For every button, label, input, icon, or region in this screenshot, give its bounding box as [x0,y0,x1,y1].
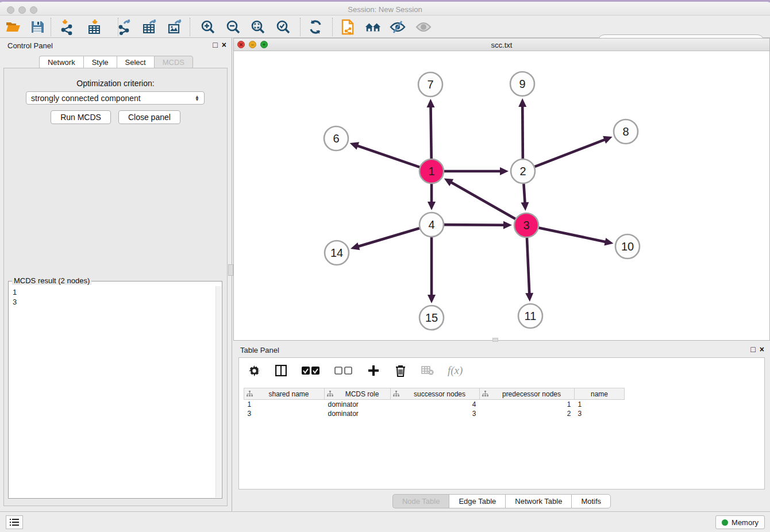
table-cell[interactable]: 3 [575,409,625,418]
show-all-icon[interactable] [415,19,432,35]
edge-arrow-1-4 [428,202,436,210]
edge-arrow-4-15 [428,295,436,303]
edge-4-14[interactable] [357,228,419,246]
float-panel-icon[interactable]: □ [213,40,217,50]
close-table-panel-icon[interactable]: × [760,344,764,354]
horizontal-splitter-grabber[interactable] [492,338,498,342]
zoom-selected-icon[interactable] [275,19,292,35]
edge-1-7[interactable] [431,106,432,159]
table-cell[interactable]: 1 [480,400,575,409]
table-cell[interactable]: dominator [325,400,391,409]
edge-arrow-2-3 [521,202,529,211]
mcds-result-title: MCDS result (2 nodes) [12,276,91,285]
edge-3-1[interactable] [451,182,515,219]
task-history-button[interactable] [6,515,23,529]
table-cell[interactable]: 2 [480,409,575,418]
toolbar-separator [190,18,190,36]
node-label-9: 9 [519,78,525,90]
edge-arrow-2-9 [518,98,526,107]
node-table-container: f(x) shared nameMCDS rolesuccessor nodes… [238,357,765,489]
tab-motifs[interactable]: Motifs [571,494,611,508]
close-panel-icon[interactable]: × [222,40,226,50]
splitter-grabber[interactable] [228,264,233,276]
show-columns-icon[interactable] [274,364,288,377]
zoom-in-icon[interactable] [199,19,217,35]
control-panel: Control Panel □ × NetworkStyleSelectMCDS… [0,38,232,511]
column-header-successor-nodes[interactable]: successor nodes [391,388,480,400]
tab-select[interactable]: Select [117,56,154,69]
column-header-name[interactable]: name [575,388,625,400]
zoom-fit-icon[interactable] [249,19,267,35]
table-cell[interactable]: dominator [325,409,391,418]
delete-column-icon[interactable] [394,364,407,377]
edge-arrow-1-2 [500,167,509,175]
export-network-icon[interactable] [117,19,134,35]
edge-4-3[interactable] [444,225,505,225]
edge-1-6[interactable] [357,145,419,167]
table-row[interactable]: 3dominator323 [244,409,625,418]
table-settings-icon[interactable] [247,364,261,377]
edge-2-8[interactable] [535,140,606,167]
close-panel-button[interactable]: Close panel [118,110,180,124]
mcds-result-box: MCDS result (2 nodes) 13 [8,281,222,499]
edge-3-11[interactable] [527,238,529,294]
zoom-out-icon[interactable] [225,19,242,35]
tab-node-table[interactable]: Node Table [392,494,449,508]
column-header-shared-name[interactable]: shared name [244,388,325,400]
memory-button[interactable]: Memory [715,515,765,529]
copy-network-icon[interactable] [339,19,356,35]
open-session-icon[interactable] [5,19,22,35]
node-label-4: 4 [428,218,434,231]
select-all-icon[interactable] [301,364,321,377]
tab-network-table[interactable]: Network Table [505,494,571,508]
table-panel-title: Table Panel [240,346,279,354]
edge-2-3[interactable] [523,184,525,203]
control-panel-title: Control Panel [7,41,53,50]
deselect-all-icon[interactable] [334,364,353,377]
criterion-dropdown[interactable]: strongly connected component ▲▼ [26,91,205,105]
table-cell[interactable]: 3 [244,409,325,418]
tab-style[interactable]: Style [83,56,117,69]
table-cell[interactable]: 1 [575,400,625,409]
tab-edge-table[interactable]: Edge Table [449,494,505,508]
import-network-icon[interactable] [59,19,76,35]
graph-svg[interactable]: 7968124314101511 [234,51,769,340]
network-titlebar[interactable]: ✕ − + scc.txt [234,38,769,51]
table-row[interactable]: 1dominator411 [244,400,625,409]
edge-3-10[interactable] [539,228,606,242]
tab-network[interactable]: Network [39,56,83,69]
table-cell[interactable]: 4 [391,400,480,409]
export-image-icon[interactable] [167,19,184,35]
import-table-icon[interactable] [86,19,103,35]
function-builder-icon[interactable]: f(x) [448,364,463,377]
main-toolbar [0,16,770,38]
node-label-1: 1 [428,165,434,178]
float-table-panel-icon[interactable]: □ [750,344,755,354]
node-label-8: 8 [622,125,629,138]
add-column-icon[interactable] [367,364,380,377]
export-table-icon[interactable] [141,19,159,35]
result-scrollbar[interactable] [215,286,221,498]
save-session-icon[interactable] [29,19,46,35]
node-label-3: 3 [523,219,529,232]
edge-arrow-4-3 [503,221,512,229]
mcds-result-text[interactable]: 13 [9,286,215,498]
memory-status-icon [722,519,728,526]
column-type-icon [482,391,488,397]
node-label-11: 11 [525,310,537,322]
table-cell[interactable]: 3 [391,409,480,418]
edge-2-9[interactable] [522,106,523,159]
edge-arrow-4-14 [351,242,360,250]
dropdown-stepper-icon: ▲▼ [195,95,199,101]
column-header-predecessor-nodes[interactable]: predecessor nodes [480,388,575,400]
apply-layout-icon[interactable] [307,19,324,35]
first-neighbors-icon[interactable] [364,19,382,35]
result-line: 1 [13,287,212,297]
delete-table-icon[interactable] [421,364,434,377]
tab-mcds[interactable]: MCDS [154,56,193,69]
column-header-MCDS-role[interactable]: MCDS role [325,388,391,400]
hide-selected-icon[interactable] [389,19,406,35]
table-cell[interactable]: 1 [244,400,325,409]
run-mcds-button[interactable]: Run MCDS [51,110,111,124]
control-panel-tabs: NetworkStyleSelectMCDS [0,56,232,69]
